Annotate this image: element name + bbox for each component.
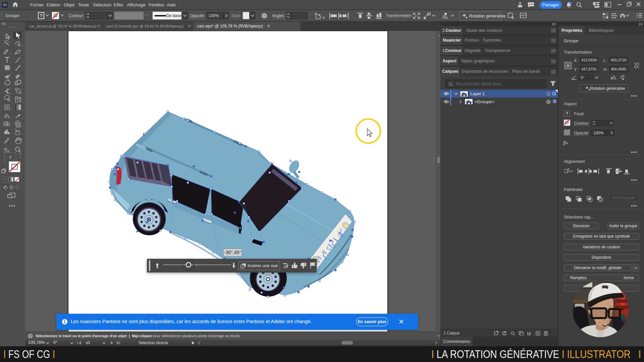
svg-text:?: ? [29,334,32,338]
